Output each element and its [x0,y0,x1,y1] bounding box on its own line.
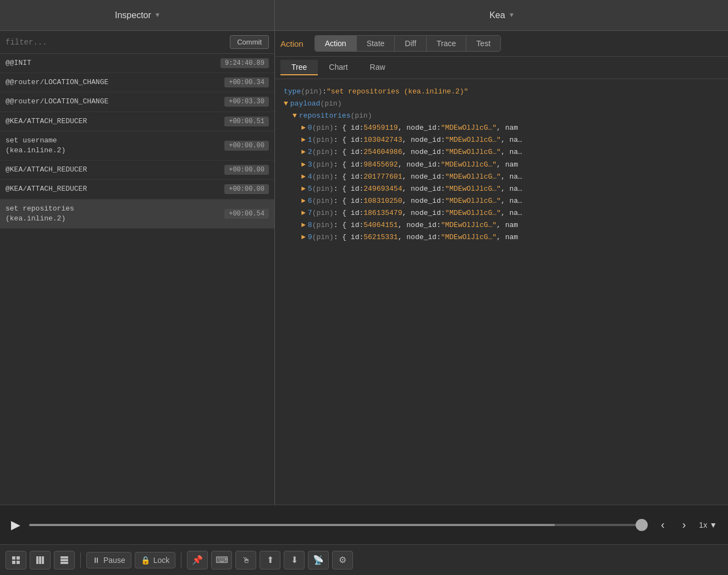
kea-dropdown-arrow[interactable]: ▼ [510,12,514,19]
code-line-11: ►8 (pin): { id: 54064151, node_id: "MDEw… [284,219,719,231]
svg-rect-7 [60,556,68,559]
code-line-9: ►6 (pin): { id: 108310250, node_id: "MDE… [284,195,719,207]
upload-button[interactable]: ⬆ [260,551,280,570]
download-button[interactable]: ⬇ [284,551,305,570]
grid-medium-icon [36,556,45,565]
prev-button[interactable]: ‹ [657,516,669,533]
sub-tab-chart[interactable]: Chart [318,60,359,75]
action-name: @@router/LOCATION_CHANGE [5,78,108,87]
action-item[interactable]: @KEA/ATTACH_REDUCER+00:00.00 [0,161,274,180]
slider-track[interactable] [29,524,648,526]
next-button[interactable]: › [678,516,691,533]
lock-icon: 🔒 [141,556,150,565]
bottom-player: ▶ ‹ › 1x ▼ [0,505,728,544]
action-list: @@INIT9:24:40.89@@router/LOCATION_CHANGE… [0,54,274,505]
code-line-7: ►4 (pin): { id: 201777601, node_id: "MDE… [284,171,719,183]
inspector-dropdown-arrow[interactable]: ▼ [156,12,159,19]
tab-state[interactable]: State [357,36,395,51]
tab-action[interactable]: Action [315,36,357,51]
action-time: +00:00.51 [224,117,269,126]
svg-rect-9 [60,562,68,564]
toolbar-sep-2 [181,552,181,568]
sub-tab-bar: TreeChartRaw [275,57,728,79]
action-time: +00:00.54 [224,209,269,219]
action-time: +00:00.00 [224,165,269,175]
grid-small-icon [12,556,20,565]
action-time: +00:00.34 [224,78,269,87]
pin-icon: 📌 [192,555,203,565]
action-item[interactable]: @KEA/ATTACH_REDUCER+00:00.00 [0,180,274,199]
inspector-header: Inspector ▼ [0,0,275,30]
kea-title: Kea [489,10,505,20]
settings-icon: ⚙ [339,555,346,565]
action-item[interactable]: @@router/LOCATION_CHANGE+00:00.34 [0,73,274,92]
toolbar-sep-1 [80,552,81,568]
action-time: +00:03.30 [224,97,269,107]
action-time: +00:00.00 [224,184,269,194]
grid-large-icon [60,556,69,565]
code-view: type (pin): "set repositories (kea.inlin… [275,79,728,505]
lock-button[interactable]: 🔒 Lock [135,552,176,568]
speed-value: 1x [699,521,707,529]
tab-trace[interactable]: Trace [427,36,466,51]
pin-button[interactable]: 📌 [187,551,208,570]
upload-icon: ⬆ [267,555,274,565]
svg-rect-3 [16,561,20,564]
main-content: Commit @@INIT9:24:40.89@@router/LOCATION… [0,31,728,505]
action-name: set username (kea.inline.2) [5,136,65,156]
grid-small-button[interactable] [5,551,26,570]
action-item[interactable]: @@INIT9:24:40.89 [0,54,274,73]
code-line-4: ►1 (pin): { id: 103042743, node_id: "MDE… [284,134,719,146]
speed-arrow: ▼ [709,521,717,529]
right-panel: Action ActionStateDiffTraceTest TreeChar… [275,31,728,505]
action-name: @KEA/ATTACH_REDUCER [5,165,87,175]
action-name: @KEA/ATTACH_REDUCER [5,184,87,194]
sub-tab-tree[interactable]: Tree [280,60,318,75]
action-item[interactable]: @KEA/ATTACH_REDUCER+00:00.51 [0,112,274,131]
lock-label: Lock [153,556,170,565]
action-item[interactable]: @@router/LOCATION_CHANGE+00:03.30 [0,92,274,112]
code-line-0: type (pin): "set repositories (kea.inlin… [284,86,719,98]
keyboard-button[interactable]: ⌨ [211,551,232,570]
settings-button[interactable]: ⚙ [332,551,353,570]
code-line-12: ►9 (pin): { id: 56215331, node_id: "MDEw… [284,231,719,244]
code-line-2: ▼repositories (pin) [284,110,719,122]
right-tab-bar: Action ActionStateDiffTraceTest [275,31,728,57]
broadcast-icon: 📡 [313,555,324,565]
tab-test[interactable]: Test [466,36,500,51]
keyboard-icon: ⌨ [216,555,228,565]
tab-section-label: Action [280,39,304,48]
sub-tab-raw[interactable]: Raw [359,60,396,75]
slider-container[interactable] [29,524,648,526]
svg-rect-2 [12,561,15,564]
action-item[interactable]: set username (kea.inline.2)+00:00.00 [0,131,274,161]
kea-header: Kea ▼ [275,10,728,20]
speed-selector[interactable]: 1x ▼ [699,521,717,529]
mouse-button[interactable]: 🖱 [235,551,256,570]
grid-large-button[interactable] [54,551,75,570]
code-line-3: ►0 (pin): { id: 54959119, node_id: "MDEw… [284,122,719,134]
svg-rect-1 [16,556,20,560]
filter-row: Commit [0,31,274,54]
inspector-title: Inspector [115,10,151,20]
action-name: @@INIT [5,58,31,68]
action-time: 9:24:40.89 [220,58,269,68]
code-line-6: ►3 (pin): { id: 98455692, node_id: "MDEw… [284,159,719,171]
svg-rect-4 [36,556,38,564]
action-name: @KEA/ATTACH_REDUCER [5,117,87,126]
commit-button[interactable]: Commit [230,35,269,49]
grid-medium-button[interactable] [30,551,51,570]
play-button[interactable]: ▶ [11,518,20,532]
filter-input[interactable] [5,38,225,47]
svg-rect-0 [12,556,15,560]
code-line-5: ►2 (pin): { id: 254604986, node_id: "MDE… [284,146,719,158]
action-item[interactable]: set repositories (kea.inline.2)+00:00.54 [0,200,274,229]
slider-thumb[interactable] [636,519,648,531]
broadcast-button[interactable]: 📡 [308,551,329,570]
tab-diff[interactable]: Diff [395,36,427,51]
action-name: set repositories (kea.inline.2) [5,204,74,224]
action-name: @@router/LOCATION_CHANGE [5,97,108,107]
top-bar: Inspector ▼ Kea ▼ [0,0,728,31]
svg-rect-6 [42,556,44,564]
pause-button[interactable]: ⏸ Pause [86,552,131,568]
